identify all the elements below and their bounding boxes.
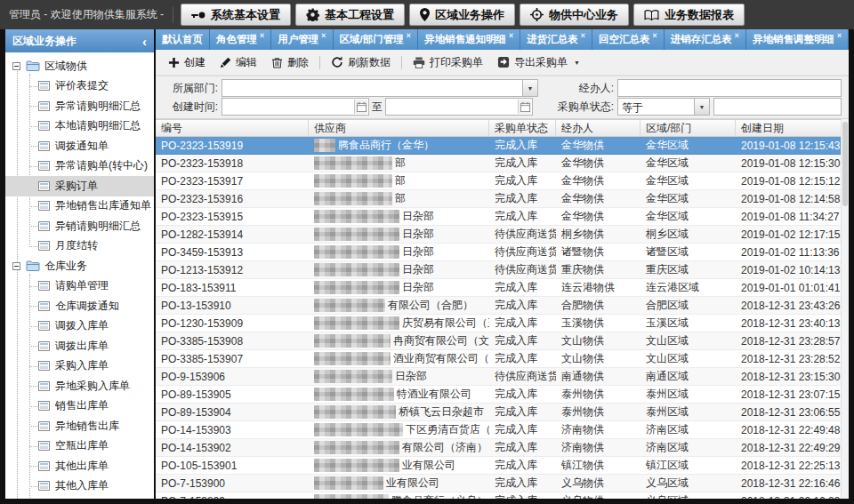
menu-data-reports[interactable]: 业务数据报表 (633, 4, 745, 26)
collapse-expander-icon[interactable] (12, 62, 20, 70)
tree-item[interactable]: 调拨出库单 (29, 336, 154, 356)
tree-item[interactable]: 异常请购单(转中心) (29, 156, 154, 177)
tree-item[interactable]: 采购订单 (29, 176, 154, 196)
tab-5[interactable]: 进货汇总表× (520, 29, 592, 50)
menu-region-operations[interactable]: 区域业务操作 (409, 4, 515, 26)
operator-cell: 连云港物供 (556, 279, 640, 296)
tree-item[interactable]: 本地请购明细汇总 (29, 116, 154, 137)
scrollbar-thumb[interactable] (842, 122, 848, 206)
column-header-0[interactable]: 编号 (156, 120, 309, 136)
table-row[interactable]: PO-14-153902有限公司（济南）完成入库济南物供济南区域2018-12-… (156, 439, 849, 457)
column-header-1[interactable]: 供应商 (309, 120, 489, 136)
collapse-expander-icon[interactable] (12, 262, 20, 270)
table-row[interactable]: PO-3385-153907酒业商贸有限公司（文山）完成入库文山物供文山区域20… (156, 350, 849, 368)
tree-item[interactable]: 异销请购明细汇总 (29, 216, 154, 236)
table-row[interactable]: PO-1230-153909庆贸易有限公司（玉溪）完成入库玉溪物供玉溪区域201… (156, 315, 849, 332)
tab-1[interactable]: 角色管理× (210, 29, 271, 50)
table-row[interactable]: PO-2323-153918部完成入库金华物供金华区域2019-01-08 12… (156, 155, 849, 172)
tab-close-icon[interactable]: × (735, 31, 739, 40)
menu-supply-center[interactable]: 物供中心业务 (520, 4, 629, 26)
toolbar-button-0[interactable]: 创建 (161, 52, 213, 73)
tab-close-icon[interactable]: × (653, 31, 657, 40)
tab-3[interactable]: 区域/部门管理× (334, 29, 418, 50)
tree-item[interactable]: 其他入库单 (29, 476, 154, 497)
calendar-icon[interactable] (518, 100, 531, 114)
tree-item[interactable]: 异地销售出库 (29, 416, 154, 436)
redacted-blur (314, 210, 399, 223)
column-header-3[interactable]: 经办人 (556, 120, 640, 136)
status-operator-select[interactable]: 等于 ▼ (617, 98, 710, 116)
tab-close-icon[interactable]: × (581, 31, 585, 40)
supplier-cell: 腾食品商行（义乌） (309, 492, 489, 499)
table-row[interactable]: PO-2323-153915日杂部完成入库金华物供金华区域2019-01-08 … (156, 208, 849, 226)
chevron-left-icon[interactable]: ‹ (142, 35, 147, 48)
operator-cell: 泰州物供 (556, 386, 640, 403)
tree-folder-1[interactable]: 仓库业务 (5, 256, 154, 276)
tab-7[interactable]: 进销存汇总表× (665, 29, 746, 50)
tab-6[interactable]: 回空汇总表× (592, 29, 665, 50)
table-row[interactable]: PO-3459-153913日杂部待供应商送货诸暨物供诸暨区域2019-01-0… (156, 244, 849, 261)
table-row[interactable]: PO-7-153899腾食品商行（义乌）完成入库义乌物供义乌区域2018-12-… (156, 492, 849, 499)
table-row[interactable]: PO-2323-153919腾食品商行（金华）完成入库金华物供金华区域2019-… (156, 137, 849, 155)
table-row[interactable]: PO-9-153906日杂部待供应商送货南通物供南通区域2018-12-31 2… (156, 368, 849, 386)
tree-item[interactable]: 仓库调拨通知 (29, 296, 154, 316)
tree-item[interactable]: 其他出库单 (29, 456, 154, 476)
chevron-down-icon[interactable]: ▼ (694, 99, 709, 115)
tab-4[interactable]: 异地销售通知明细× (418, 29, 520, 50)
tree-item[interactable]: 评价表提交 (29, 76, 154, 97)
tab-0[interactable]: 默认首页 (156, 29, 210, 50)
tree-item[interactable]: 月度结转 (29, 236, 154, 257)
dept-select[interactable]: ▼ (222, 79, 538, 97)
chevron-down-icon[interactable]: ▼ (522, 80, 537, 96)
redacted-blur (314, 245, 399, 259)
table-row[interactable]: PO-2323-153917部完成入库金华物供金华区域2019-01-08 12… (156, 172, 849, 190)
tree-item[interactable]: 异常请购明细汇总 (29, 96, 154, 116)
table-row[interactable]: PO-183-153911日杂部完成入库连云港物供连云港区域2019-01-01… (156, 279, 849, 297)
tree-folder-0[interactable]: 区域物供 (5, 56, 154, 76)
date-from-input[interactable] (222, 98, 369, 116)
table-row[interactable]: PO-13-153910有限公司（合肥）完成入库合肥物供合肥区域2018-12-… (156, 297, 849, 315)
operator-input[interactable] (617, 79, 842, 97)
calendar-icon[interactable] (354, 100, 367, 114)
table-row[interactable]: PO-1213-153912日杂部待供应商送货重庆物供重庆区域2019-01-0… (156, 261, 849, 279)
tab-close-icon[interactable]: × (407, 31, 411, 40)
toolbar-button-6[interactable]: 打印采购单 (406, 52, 490, 73)
table-row[interactable]: PO-89-153905特酒业有限公司完成入库泰州物供泰州区域2018-12-3… (156, 386, 849, 404)
toolbar-button-2[interactable]: 删除 (264, 52, 316, 73)
status-value-input[interactable] (713, 98, 842, 116)
toolbar-button-4[interactable]: 刷新数据 (324, 52, 398, 73)
tree-item[interactable]: 销售出库单 (29, 396, 154, 417)
toolbar-button-7[interactable]: 导出采购单▼ (490, 52, 587, 73)
toolbar-button-1[interactable]: 编辑 (213, 52, 264, 73)
vertical-scrollbar[interactable] (841, 119, 849, 499)
tree-item[interactable]: 调拨入库单 (29, 316, 154, 337)
tree-item[interactable]: 空瓶出库单 (29, 436, 154, 457)
tab-close-icon[interactable]: × (509, 31, 513, 40)
tree-item[interactable]: 请购单管理 (29, 276, 154, 297)
tab-8[interactable]: 异地销售调整明细× (746, 29, 849, 50)
menu-system-settings[interactable]: 系统基本设置 (181, 4, 291, 26)
tab-close-icon[interactable]: × (837, 31, 842, 40)
table-row[interactable]: PO-3385-153908冉商贸有限公司（文山）完成入库文山物供文山区域201… (156, 332, 849, 350)
table-row[interactable]: PO-14-153903下区勇清百货店（济南）完成入库济南物供济南区域2018-… (156, 421, 849, 439)
table-row[interactable]: PO-89-153904桥镇飞云日杂超市（泰州）完成入库泰州物供泰州区域2018… (156, 404, 849, 421)
tree-item[interactable]: 异地销售出库通知单 (29, 196, 154, 217)
tree-item[interactable]: 调拨通知单 (29, 136, 154, 156)
supplier-cell: 日杂部 (309, 208, 489, 225)
table-row[interactable]: PO-2323-153916部完成入库金华物供金华区域2019-01-08 12… (156, 190, 849, 208)
tab-close-icon[interactable]: × (321, 31, 326, 40)
tree-item[interactable]: 异销出库调整 (29, 496, 154, 499)
tree-item[interactable]: 异地采购入库单 (29, 376, 154, 396)
column-header-5[interactable]: 创建日期 (736, 120, 842, 136)
table-row[interactable]: PO-7-153900业有限公司完成入库义乌物供义乌区域2018-12-31 2… (156, 475, 849, 492)
table-row[interactable]: PO-105-153901业有限公司完成入库镇江物供镇江区域2018-12-31… (156, 457, 849, 475)
tree-item-label: 月度结转 (55, 238, 98, 253)
column-header-4[interactable]: 区域/部门 (640, 120, 736, 136)
table-row[interactable]: PO-1282-153914日杂部待供应商送货桐乡物供桐乡区域2019-01-0… (156, 226, 849, 244)
tree-item[interactable]: 采购入库单 (29, 356, 154, 377)
column-header-2[interactable]: 采购单状态 (489, 120, 556, 136)
tab-close-icon[interactable]: × (260, 31, 264, 40)
menu-project-settings[interactable]: 基本工程设置 (295, 4, 405, 26)
tab-2[interactable]: 用户管理× (271, 29, 333, 50)
date-to-input[interactable] (385, 98, 533, 116)
